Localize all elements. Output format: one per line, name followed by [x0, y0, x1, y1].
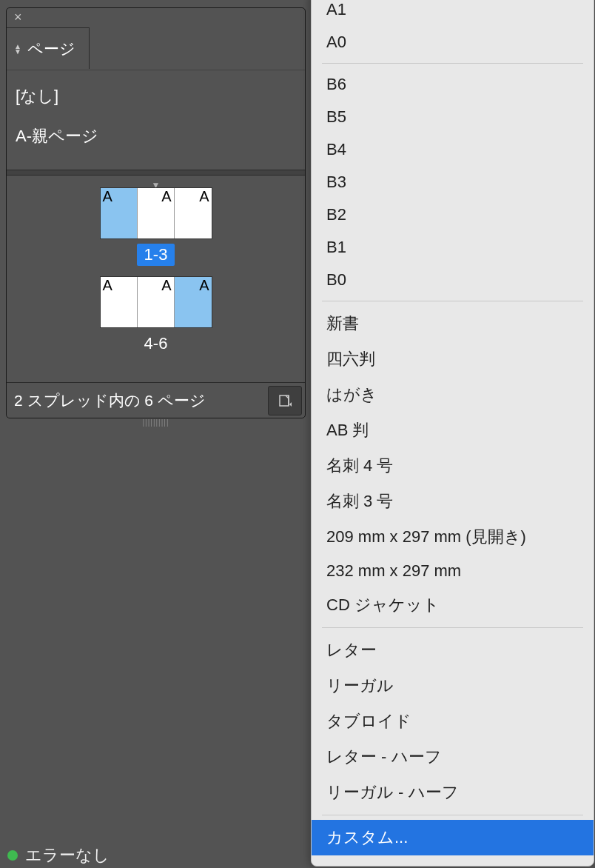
panel-divider[interactable]	[7, 170, 305, 176]
menu-item-cd[interactable]: CD ジャケット	[312, 587, 594, 623]
tab-label: ページ	[27, 39, 75, 59]
page-master-letter: A	[199, 188, 209, 205]
close-icon[interactable]: ×	[14, 10, 22, 25]
page-size-menu: A1 A0 B6 B5 B4 B3 B2 B1 B0 新書 四六判 はがき AB…	[311, 0, 594, 867]
menu-item-a0[interactable]: A0	[312, 26, 594, 59]
menu-item-ab[interactable]: AB 判	[312, 413, 594, 448]
menu-item-b1[interactable]: B1	[312, 231, 594, 264]
panel-footer: 2 スプレッド内の 6 ページ	[7, 382, 305, 418]
menu-item-letter-half[interactable]: レター - ハーフ	[312, 739, 594, 775]
menu-item-b0[interactable]: B0	[312, 264, 594, 296]
menu-item-legal[interactable]: リーガル	[312, 668, 594, 704]
menu-item-legal-half[interactable]: リーガル - ハーフ	[312, 775, 594, 810]
resize-grabber[interactable]: ||||||||||	[143, 418, 169, 427]
spread-1[interactable]: A A A	[100, 187, 212, 239]
menu-item-meishi4[interactable]: 名刺 4 号	[312, 448, 594, 484]
page-master-letter: A	[199, 277, 209, 294]
sort-icon: ▲▼	[14, 44, 21, 54]
menu-item-b2[interactable]: B2	[312, 198, 594, 231]
menu-item-custom[interactable]: カスタム...	[312, 820, 594, 855]
menu-separator	[322, 301, 583, 301]
menu-item-232x297[interactable]: 232 mm x 297 mm	[312, 555, 594, 587]
pages-panel: × ▲▼ ページ [なし] A-親ページ ▼ A A A 1-3	[6, 7, 306, 418]
status-text: エラーなし	[25, 844, 110, 867]
page-size-icon	[278, 394, 292, 407]
page-size-button[interactable]	[268, 386, 302, 415]
spreads-area: ▼ A A A 1-3 A A A 4-6	[7, 176, 305, 382]
status-indicator-icon	[7, 850, 18, 861]
page-master-letter: A	[103, 188, 112, 205]
menu-item-b3[interactable]: B3	[312, 166, 594, 198]
spread-2[interactable]: A A A	[100, 276, 212, 328]
menu-separator	[322, 815, 583, 815]
menu-item-b6[interactable]: B6	[312, 68, 594, 101]
page-master-letter: A	[161, 277, 171, 294]
page-1[interactable]: A	[101, 188, 138, 238]
master-pages-list: [なし] A-親ページ	[7, 70, 305, 168]
menu-item-hagaki[interactable]: はがき	[312, 377, 594, 413]
menu-item-meishi3[interactable]: 名刺 3 号	[312, 484, 594, 519]
page-master-letter: A	[161, 188, 171, 205]
spread-label-1[interactable]: 1-3	[137, 244, 175, 266]
menu-item-b5[interactable]: B5	[312, 101, 594, 133]
page-3[interactable]: A	[175, 188, 212, 238]
menu-item-letter[interactable]: レター	[312, 632, 594, 668]
master-item-none[interactable]: [なし]	[16, 81, 296, 121]
spread-label-2[interactable]: 4-6	[137, 333, 175, 355]
menu-item-tabloid[interactable]: タブロイド	[312, 704, 594, 739]
page-2[interactable]: A	[138, 188, 175, 238]
page-master-letter: A	[103, 277, 112, 294]
menu-separator	[322, 63, 583, 64]
page-4[interactable]: A	[101, 277, 138, 327]
page-6[interactable]: A	[175, 277, 212, 327]
menu-item-shinsho[interactable]: 新書	[312, 306, 594, 341]
menu-item-209x297[interactable]: 209 mm x 297 mm (見開き)	[312, 519, 594, 555]
page-5[interactable]: A	[138, 277, 175, 327]
tab-pages[interactable]: ▲▼ ページ	[7, 27, 90, 69]
tab-bar: ▲▼ ページ	[7, 27, 305, 70]
menu-item-shiroku[interactable]: 四六判	[312, 341, 594, 377]
menu-item-a1[interactable]: A1	[312, 0, 594, 26]
menu-separator	[322, 627, 583, 628]
menu-item-b4[interactable]: B4	[312, 133, 594, 166]
master-item-a[interactable]: A-親ページ	[16, 121, 296, 161]
footer-status-text: 2 スプレッド内の 6 ページ	[14, 390, 206, 411]
status-bar: エラーなし	[0, 843, 117, 868]
